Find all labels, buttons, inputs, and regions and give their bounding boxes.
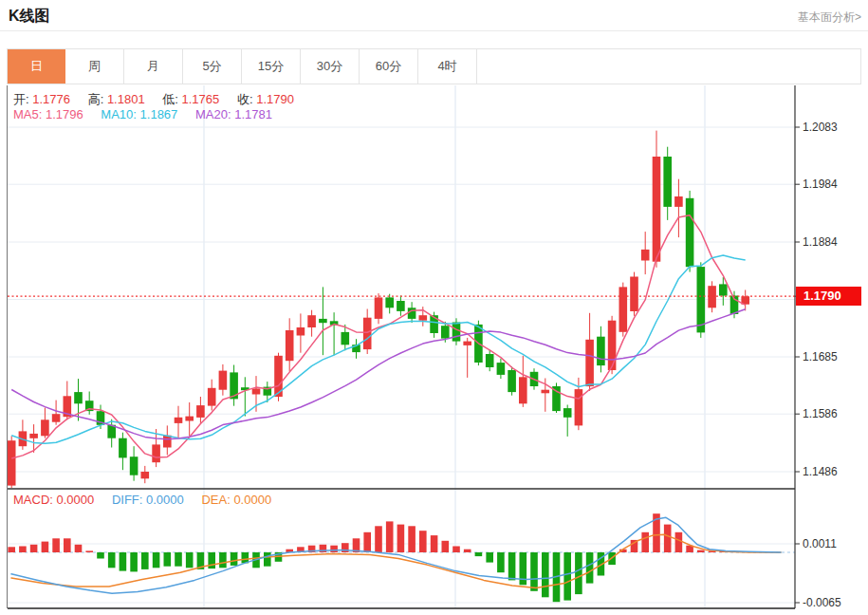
current-price-tag: 1.1790 [796,287,861,306]
tab-month[interactable]: 月 [124,49,183,84]
tab-60min[interactable]: 60分 [360,49,418,84]
open-value: 开: 1.1776 [13,91,70,108]
high-value: 高: 1.1801 [88,91,145,108]
diff-value: DIFF: 0.0000 [112,493,184,507]
ma5-value: MA5: 1.1796 [13,107,83,121]
close-value: 收: 1.1790 [237,91,294,108]
ohlc-row: 开: 1.1776 高: 1.1801 低: 1.1765 收: 1.1790 [13,91,308,108]
tab-day[interactable]: 日 [8,49,65,84]
price-axis-label: 1.1486 [803,465,838,478]
kline-widget: K线图 基本面分析> 日周月5分15分30分60分4时 开: 1.1776 高:… [0,0,868,615]
tab-30min[interactable]: 30分 [301,49,360,84]
ma10-value: MA10: 1.1867 [101,107,177,121]
price-axis-label: 1.1685 [803,350,838,363]
macd-axis-label: 0.0011 [803,537,837,550]
price-axis-label: 1.1884 [803,235,838,249]
tab-15min[interactable]: 15分 [242,49,301,84]
tab-5min[interactable]: 5分 [183,49,242,84]
macd-value: MACD: 0.0000 [13,493,94,507]
ma20-value: MA20: 1.1781 [195,107,272,121]
low-value: 低: 1.1765 [162,91,219,108]
price-axis-label: 1.1586 [803,407,838,420]
ma-row: MA5: 1.1796 MA10: 1.1867 MA20: 1.1781 [13,107,286,121]
tab-4hour[interactable]: 4时 [418,49,477,84]
price-axis-label: 1.1984 [803,177,838,191]
macd-axis-label: -0.0065 [803,596,841,609]
macd-row: MACD: 0.0000 DIFF: 0.0000 DEA: 0.0000 [13,493,286,507]
tab-week[interactable]: 周 [65,49,124,84]
price-axis-label: 1.2083 [803,121,838,134]
timeframe-tab-bar: 日周月5分15分30分60分4时 [7,48,861,84]
dea-value: DEA: 0.0000 [201,493,271,507]
